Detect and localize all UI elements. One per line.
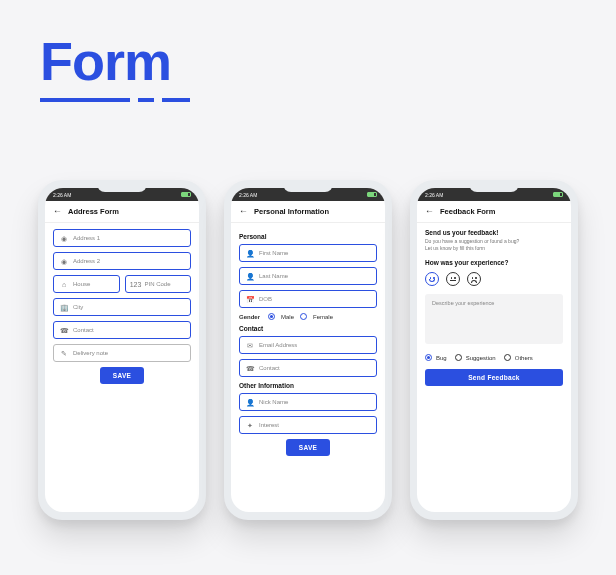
address1-placeholder: Address 1 [73, 235, 100, 241]
lastname-placeholder: Last Name [259, 273, 288, 279]
experience-question: How was your experience? [425, 259, 563, 266]
gender-label: Gender [239, 314, 260, 320]
screen-title: Address Form [68, 207, 119, 216]
status-time: 2:26 AM [53, 192, 71, 198]
radio-others[interactable] [504, 354, 511, 361]
emoji-row [425, 272, 563, 286]
delivery-note-field[interactable]: ✎ Delivery note [53, 344, 191, 362]
screen-title: Feedback Form [440, 207, 495, 216]
radio-bug[interactable] [425, 354, 432, 361]
firstname-field[interactable]: 👤 First Name [239, 244, 377, 262]
contact2-placeholder: Contact [259, 365, 280, 371]
cat-suggestion[interactable]: Suggestion [455, 354, 496, 361]
address2-field[interactable]: ◉ Address 2 [53, 252, 191, 270]
pin-icon: 123 [132, 280, 140, 288]
category-row: Bug Suggestion Others [425, 354, 563, 361]
house-placeholder: House [73, 281, 90, 287]
male-label: Male [281, 314, 294, 320]
emoji-happy[interactable] [425, 272, 439, 286]
star-icon: ✦ [246, 421, 254, 429]
cat-bug[interactable]: Bug [425, 354, 447, 361]
interest-placeholder: Interest [259, 422, 279, 428]
section-personal: Personal [239, 233, 377, 240]
experience-textarea[interactable]: Describe your experience [425, 294, 563, 344]
email-icon: ✉ [246, 341, 254, 349]
radio-suggestion[interactable] [455, 354, 462, 361]
radio-male[interactable] [268, 313, 275, 320]
city-field[interactable]: 🏢 City [53, 298, 191, 316]
email-placeholder: Email Address [259, 342, 297, 348]
radio-female[interactable] [300, 313, 307, 320]
screen-title: Personal Information [254, 207, 329, 216]
dob-placeholder: DOB [259, 296, 272, 302]
back-icon[interactable]: ← [425, 207, 434, 216]
appbar: ← Address Form [45, 201, 199, 223]
appbar: ← Personal Information [231, 201, 385, 223]
city-placeholder: City [73, 304, 83, 310]
phone-personal: 2:26 AM ← Personal Information Personal … [224, 180, 392, 520]
gender-row: Gender Male Female [239, 313, 377, 320]
house-field[interactable]: ⌂ House [53, 275, 120, 293]
battery-icon [181, 192, 191, 197]
address1-field[interactable]: ◉ Address 1 [53, 229, 191, 247]
address2-placeholder: Address 2 [73, 258, 100, 264]
dob-field[interactable]: 📅 DOB [239, 290, 377, 308]
note-placeholder: Delivery note [73, 350, 108, 356]
appbar: ← Feedback Form [417, 201, 571, 223]
emoji-neutral[interactable] [446, 272, 460, 286]
send-feedback-button[interactable]: Send Feedback [425, 369, 563, 386]
save-button[interactable]: SAVE [286, 439, 330, 456]
person-icon: 👤 [246, 272, 254, 280]
location-icon: ◉ [60, 234, 68, 242]
city-icon: 🏢 [60, 303, 68, 311]
battery-icon [553, 192, 563, 197]
female-label: Female [313, 314, 333, 320]
contact-placeholder: Contact [73, 327, 94, 333]
phone-address: 2:26 AM ← Address Form ◉ Address 1 ◉ Add… [38, 180, 206, 520]
note-icon: ✎ [60, 349, 68, 357]
contact-field[interactable]: ☎ Contact [53, 321, 191, 339]
status-time: 2:26 AM [425, 192, 443, 198]
person-icon: 👤 [246, 398, 254, 406]
textarea-placeholder: Describe your experience [432, 300, 494, 306]
back-icon[interactable]: ← [239, 207, 248, 216]
status-time: 2:26 AM [239, 192, 257, 198]
email-field[interactable]: ✉ Email Address [239, 336, 377, 354]
phone-feedback: 2:26 AM ← Feedback Form Send us your fee… [410, 180, 578, 520]
feedback-heading: Send us your feedback! [425, 229, 563, 236]
phone-icon: ☎ [246, 364, 254, 372]
section-contact: Contact [239, 325, 377, 332]
emoji-sad[interactable] [467, 272, 481, 286]
nickname-field[interactable]: 👤 Nick Name [239, 393, 377, 411]
phone-icon: ☎ [60, 326, 68, 334]
person-icon: 👤 [246, 249, 254, 257]
feedback-sub: Do you have a suggestion or found a bug?… [425, 238, 563, 251]
location-icon: ◉ [60, 257, 68, 265]
page-heading: Form [40, 30, 171, 92]
calendar-icon: 📅 [246, 295, 254, 303]
nick-placeholder: Nick Name [259, 399, 288, 405]
firstname-placeholder: First Name [259, 250, 288, 256]
phone-mockups: 2:26 AM ← Address Form ◉ Address 1 ◉ Add… [0, 180, 616, 520]
lastname-field[interactable]: 👤 Last Name [239, 267, 377, 285]
home-icon: ⌂ [60, 280, 68, 288]
contact2-field[interactable]: ☎ Contact [239, 359, 377, 377]
pincode-field[interactable]: 123 PIN Code [125, 275, 192, 293]
interest-field[interactable]: ✦ Interest [239, 416, 377, 434]
section-other: Other Information [239, 382, 377, 389]
battery-icon [367, 192, 377, 197]
pin-placeholder: PIN Code [145, 281, 171, 287]
back-icon[interactable]: ← [53, 207, 62, 216]
heading-underline [40, 98, 190, 102]
cat-others[interactable]: Others [504, 354, 533, 361]
save-button[interactable]: SAVE [100, 367, 144, 384]
